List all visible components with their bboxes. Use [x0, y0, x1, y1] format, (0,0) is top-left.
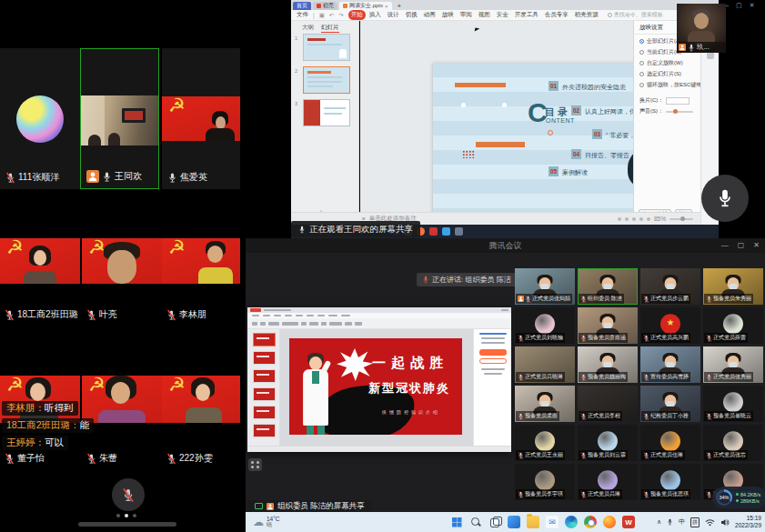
tab-docer[interactable]: 稻壳 [313, 2, 337, 10]
network-stats-widget[interactable]: 34% 84.2KB/s 289KB/s [712, 487, 765, 508]
save-icon[interactable]: ▣ [319, 12, 325, 19]
wps-icon[interactable] [429, 227, 438, 236]
page-dot[interactable] [116, 514, 120, 517]
slide-thumbnail[interactable] [303, 99, 350, 126]
participant-tile[interactable]: 组织委员 陈洁 [578, 268, 638, 305]
status-icon[interactable] [639, 217, 643, 221]
taskbar-app-icon[interactable] [455, 227, 463, 236]
status-icon[interactable] [632, 217, 636, 221]
tray-expand-icon[interactable]: ∧ [657, 518, 661, 526]
participant-tile[interactable]: 正式党员步云鹏 [640, 268, 700, 305]
ribbon-tab[interactable]: 稻壳资源 [572, 10, 601, 20]
inner-slide-thumbnail[interactable] [253, 406, 276, 419]
ribbon-tab[interactable]: 插入 [367, 10, 384, 20]
pip-self-video[interactable]: 玖... [677, 4, 726, 53]
status-icon[interactable] [625, 217, 629, 221]
ribbon-tab[interactable]: 放映 [439, 10, 457, 20]
taskbar-icon-wps[interactable]: W [622, 516, 635, 528]
participant-tile-speaking[interactable]: 王同欢 [80, 48, 159, 189]
taskbar-icon-edge[interactable] [565, 516, 578, 528]
volume-slider[interactable] [666, 111, 693, 113]
taskbar-icon-widgets[interactable] [508, 516, 520, 528]
zoom-slider[interactable] [669, 218, 693, 220]
participant-tile[interactable]: ☭ 18工商2班田璐 [0, 232, 80, 323]
dropdown[interactable] [666, 97, 690, 105]
taskbar-icon-task-view[interactable] [488, 516, 501, 528]
participant-tile[interactable]: 预备党员崔晓云 [703, 386, 763, 422]
inner-slide-thumbnail[interactable] [253, 387, 276, 401]
status-icon[interactable] [647, 217, 650, 221]
inner-slide-thumbnail[interactable] [253, 333, 276, 346]
minimize-icon[interactable]: — [721, 238, 729, 253]
participant-tile[interactable]: 正式党员吕琳 [578, 464, 638, 500]
participant-tile[interactable]: ☭ 焦爱英 [162, 48, 240, 189]
tab-close-icon[interactable]: × [385, 4, 388, 9]
ribbon-tab[interactable]: 设计 [385, 10, 402, 20]
status-icon[interactable] [618, 217, 621, 221]
taskbar-icon-firefox[interactable] [603, 516, 616, 528]
close-icon[interactable]: ✕ [753, 238, 760, 253]
participant-tile[interactable]: 预备党员贾雨涵 [578, 307, 638, 344]
taskbar-icon-folder[interactable] [527, 516, 539, 528]
participant-tile[interactable]: ☭ 叶亮 [82, 232, 162, 323]
participant-tile[interactable]: 正式党员张灿娟 [515, 268, 575, 305]
participant-tile[interactable]: 正式党员薛蕾 [703, 307, 763, 344]
outline-action-button[interactable] [479, 358, 507, 364]
page-dot[interactable] [133, 514, 136, 517]
orange-action-button[interactable] [479, 349, 507, 356]
tab-home[interactable]: 首页 [293, 2, 311, 10]
pane-icon[interactable] [707, 52, 714, 59]
ribbon-tab[interactable]: 会员专享 [542, 10, 571, 20]
ribbon-tab[interactable]: 开发工具 [512, 10, 541, 20]
participant-tile[interactable]: 正式党员张秀丽 [703, 346, 763, 383]
new-tab-button[interactable]: + [394, 2, 406, 10]
command-search[interactable]: 查找命令、搜索模板 [608, 11, 663, 19]
ime-indicator[interactable]: 中 [679, 517, 685, 527]
participant-tile[interactable]: 宣传委员高雪婷 [640, 346, 700, 383]
participant-tile[interactable]: 正式党员吕晓琳 [515, 346, 575, 383]
slide-thumbnail[interactable] [303, 34, 350, 61]
tab-slides[interactable]: 幻灯片 [321, 24, 339, 33]
taskbar-app-icon[interactable] [442, 227, 450, 236]
redo-icon[interactable]: ↷ [338, 12, 343, 19]
tray-mic-icon[interactable] [667, 518, 673, 526]
ribbon-tab[interactable]: 审阅 [458, 10, 475, 20]
taskbar-icon-search[interactable] [469, 516, 482, 528]
participant-tile[interactable]: 正式党员佳琳 [640, 425, 700, 461]
settings-option[interactable]: 自定义放映(W) [639, 59, 700, 67]
taskbar-icon-mail[interactable]: ✉ [546, 516, 559, 528]
ribbon-tab[interactable]: 切换 [403, 10, 420, 20]
home-indicator-bar[interactable] [78, 522, 176, 527]
participant-tile[interactable]: 正式党员张芯 [703, 425, 763, 461]
participant-tile[interactable]: ☭ 222孙雯 [162, 371, 240, 467]
participant-tile[interactable]: 预备党员李宇琪 [515, 464, 575, 500]
wifi-icon[interactable] [705, 518, 715, 527]
participant-tile[interactable]: 预备党员刘云霖 [578, 425, 638, 461]
tab-document[interactable]: 网课安全.pptx× [339, 2, 392, 10]
participant-tile[interactable]: 纪检委员丁小雅 [640, 386, 700, 422]
tab-outline[interactable]: 大纲 [302, 24, 314, 33]
participant-tile[interactable]: 预备党员张思琪 [640, 464, 700, 500]
taskbar-icon-start[interactable] [450, 516, 463, 528]
participant-tile[interactable]: 预备党员孟雨 [515, 386, 575, 422]
file-menu[interactable]: 文件 [297, 11, 308, 19]
ribbon-tab[interactable]: 视图 [476, 10, 493, 20]
inner-slide-thumbnail[interactable] [253, 424, 276, 437]
inner-slide-thumbnail[interactable] [253, 351, 276, 365]
floating-mic-button[interactable] [701, 175, 749, 222]
ribbon-tab[interactable]: 开始 [348, 10, 366, 20]
participant-tile[interactable]: ★正式党员高兴鹏 [640, 307, 700, 344]
taskbar-icon-chrome[interactable] [584, 516, 597, 528]
clock[interactable]: 15:19 2022/3/29 [735, 515, 761, 529]
undo-icon[interactable]: ↶ [329, 12, 334, 19]
page-dot-active[interactable] [125, 514, 128, 517]
slide-thumbnail-selected[interactable] [303, 66, 350, 94]
weather-widget[interactable]: ☁ 14°C 晴 [253, 516, 280, 528]
mic-toggle-button[interactable] [112, 478, 145, 511]
floating-toolbox[interactable] [248, 458, 262, 471]
settings-option[interactable]: 循环放映，按ESC键终止(L) [639, 81, 700, 89]
maximize-icon[interactable]: ▢ [738, 238, 745, 253]
settings-option[interactable]: 选定幻灯片(S) [639, 70, 700, 78]
inner-slide-thumbnail[interactable] [253, 369, 276, 383]
participant-tile[interactable]: 预备党员朱秀丽 [703, 268, 763, 305]
